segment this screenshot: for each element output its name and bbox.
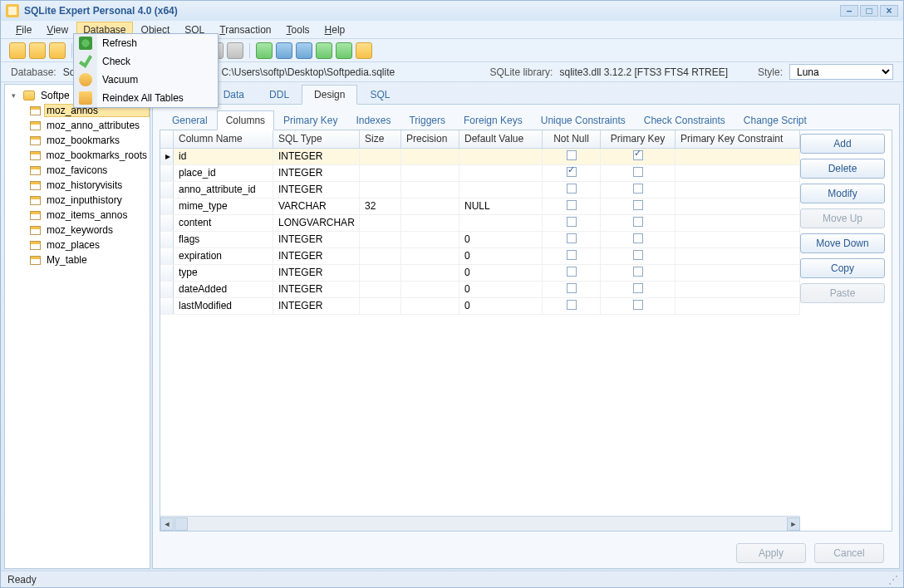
hscroll-thumb[interactable] [174, 517, 188, 531]
cell-size[interactable] [360, 165, 401, 181]
sub-tab-triggers[interactable]: Triggers [400, 110, 454, 130]
checkbox-icon[interactable] [567, 283, 577, 293]
cell-precision[interactable] [401, 198, 459, 214]
grid-header-precision[interactable]: Precision [401, 130, 459, 148]
cell-precision[interactable] [401, 265, 459, 281]
cell-sql-type[interactable]: INTEGER [273, 282, 360, 297]
cell-precision[interactable] [401, 182, 459, 198]
cell-primarykey[interactable] [601, 298, 676, 314]
cell-size[interactable] [360, 298, 401, 314]
cell-pk-constraint[interactable] [676, 232, 800, 247]
cell-precision[interactable] [401, 232, 459, 247]
cell-column-name[interactable]: lastModified [174, 298, 273, 314]
top-tab-sql[interactable]: SQL [357, 85, 402, 104]
menu-check[interactable]: Check [74, 52, 218, 71]
cell-column-name[interactable]: expiration [174, 248, 273, 264]
cell-column-name[interactable]: dateAdded [174, 282, 273, 297]
cell-size[interactable] [360, 215, 401, 231]
cell-default[interactable]: NULL [459, 198, 543, 214]
cell-precision[interactable] [401, 248, 459, 264]
menu-file[interactable]: File [9, 22, 38, 38]
tb-import-icon[interactable] [276, 42, 292, 59]
grid-row[interactable]: ▸idINTEGER [160, 149, 800, 165]
tree-table-item[interactable]: moz_places [28, 238, 150, 252]
checkbox-icon[interactable] [633, 250, 643, 260]
sub-tab-check-constraints[interactable]: Check Constraints [635, 110, 734, 130]
delete-button[interactable]: Delete [800, 159, 885, 179]
cell-primarykey[interactable] [601, 165, 676, 181]
paste-button[interactable]: Paste [800, 283, 885, 303]
tb-rollback-icon[interactable] [336, 42, 352, 59]
tree-table-item[interactable]: My_table [28, 252, 150, 267]
cell-primarykey[interactable] [601, 265, 676, 281]
cell-size[interactable] [360, 232, 401, 247]
copy-button[interactable]: Copy [800, 258, 885, 278]
cell-column-name[interactable]: flags [174, 232, 273, 247]
cell-notnull[interactable] [543, 298, 601, 314]
checkbox-icon[interactable] [567, 300, 577, 310]
top-tab-ddl[interactable]: DDL [257, 85, 302, 104]
menu-help[interactable]: Help [318, 22, 352, 38]
tb-help-icon[interactable] [356, 42, 372, 59]
movedown-button[interactable]: Move Down [800, 233, 885, 253]
cell-column-name[interactable]: type [174, 265, 273, 281]
cell-default[interactable]: 0 [459, 298, 543, 314]
sub-tab-change-script[interactable]: Change Script [734, 110, 816, 130]
tree-table-item[interactable]: moz_anno_attributes [28, 118, 150, 133]
cell-sql-type[interactable]: LONGVARCHAR [273, 215, 360, 231]
grid-row[interactable]: dateAddedINTEGER0 [160, 282, 800, 298]
cell-column-name[interactable]: content [174, 215, 273, 231]
sub-tab-foreign-keys[interactable]: Foreign Keys [454, 110, 532, 130]
sub-tab-primary-key[interactable]: Primary Key [274, 110, 346, 130]
checkbox-icon[interactable] [633, 233, 643, 243]
grid-row[interactable]: flagsINTEGER0 [160, 232, 800, 248]
checkbox-icon[interactable] [567, 250, 577, 260]
style-select[interactable]: Luna [789, 64, 893, 80]
grid-header-default-value[interactable]: Default Value [459, 130, 543, 148]
grid-row[interactable]: contentLONGVARCHAR [160, 215, 800, 232]
checkbox-icon[interactable] [633, 150, 643, 160]
cell-size[interactable] [360, 265, 401, 281]
close-button[interactable]: × [880, 5, 898, 17]
grid-row[interactable]: typeINTEGER0 [160, 265, 800, 282]
grid-header-sql-type[interactable]: SQL Type [273, 130, 360, 148]
tree-table-item[interactable]: moz_historyvisits [28, 178, 150, 193]
cell-sql-type[interactable]: INTEGER [273, 182, 360, 198]
checkbox-icon[interactable] [633, 283, 643, 293]
cell-notnull[interactable] [543, 149, 601, 164]
checkbox-icon[interactable] [633, 300, 643, 310]
cell-notnull[interactable] [543, 282, 601, 297]
sub-tab-general[interactable]: General [163, 110, 217, 130]
cell-notnull[interactable] [543, 182, 601, 198]
cell-primarykey[interactable] [601, 282, 676, 297]
minimize-button[interactable]: – [840, 5, 858, 17]
checkbox-icon[interactable] [567, 150, 577, 160]
cell-primarykey[interactable] [601, 215, 676, 231]
checkbox-icon[interactable] [633, 200, 643, 210]
cell-sql-type[interactable]: INTEGER [273, 232, 360, 247]
grid-header-primary-key[interactable]: Primary Key [601, 130, 676, 148]
grid-row[interactable]: expirationINTEGER0 [160, 248, 800, 265]
checkbox-icon[interactable] [567, 167, 577, 177]
cell-default[interactable] [459, 215, 543, 231]
cell-sql-type[interactable]: VARCHAR [273, 198, 360, 214]
top-tab-design[interactable]: Design [302, 85, 357, 105]
tree-table-item[interactable]: moz_bookmarks_roots [28, 148, 150, 163]
menu-vacuum[interactable]: Vacuum [74, 71, 218, 89]
grid-hscroll[interactable]: ◄ ► [160, 516, 800, 531]
cell-size[interactable] [360, 282, 401, 297]
tree-toggle-icon[interactable]: ▾ [12, 91, 20, 100]
cell-notnull[interactable] [543, 265, 601, 281]
sidebar-tree[interactable]: ▾ Softpe moz_annosmoz_anno_attributesmoz… [4, 84, 150, 569]
cell-pk-constraint[interactable] [676, 265, 800, 281]
grid-header-column-name[interactable]: Column Name [174, 130, 273, 148]
cell-pk-constraint[interactable] [676, 165, 800, 181]
grid-row[interactable]: lastModifiedINTEGER0 [160, 298, 800, 315]
tb-close-icon[interactable] [49, 42, 66, 59]
cell-notnull[interactable] [543, 248, 601, 264]
cell-default[interactable] [459, 165, 543, 181]
menu-transaction[interactable]: Transaction [213, 22, 278, 38]
tb-find-icon[interactable] [296, 42, 312, 59]
hscroll-right-icon[interactable]: ► [787, 517, 800, 531]
grid-header-size[interactable]: Size [360, 130, 401, 148]
